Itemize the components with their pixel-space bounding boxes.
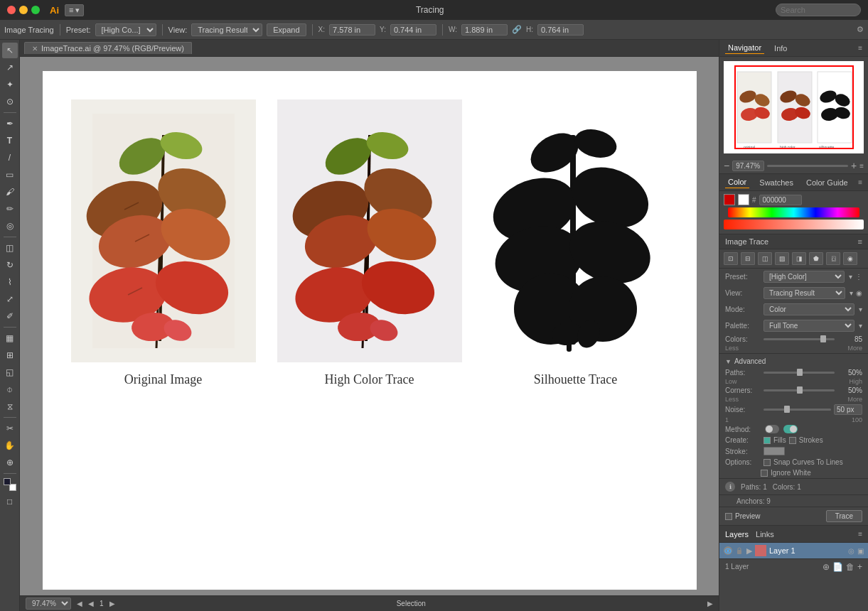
canvas-scroll[interactable]: Original Image bbox=[20, 57, 719, 595]
it-palette-arrow-icon[interactable]: ▾ bbox=[859, 322, 862, 330]
it-noise-value-input[interactable] bbox=[834, 404, 862, 415]
it-snap-curves-checkbox[interactable] bbox=[763, 459, 771, 466]
delete-layer-button[interactable]: 🗑 bbox=[846, 562, 854, 572]
navigator-options-button[interactable]: ≡ bbox=[859, 162, 864, 170]
fill-color-button[interactable] bbox=[2, 477, 18, 492]
color-hex-input[interactable] bbox=[759, 195, 802, 205]
gradient-tool-button[interactable]: ◱ bbox=[2, 364, 18, 380]
direct-selection-tool-button[interactable]: ↗ bbox=[2, 60, 18, 75]
search-input[interactable] bbox=[776, 4, 861, 16]
high-color-icon[interactable]: ⊟ bbox=[741, 252, 755, 265]
draw-mode-button[interactable]: □ bbox=[2, 494, 18, 509]
x-input[interactable] bbox=[329, 24, 375, 36]
zoom-value-input[interactable] bbox=[732, 161, 764, 171]
page-prev2-button[interactable]: ◀ bbox=[88, 600, 94, 607]
it-view-arrow-icon[interactable]: ▾ bbox=[850, 289, 853, 297]
y-input[interactable] bbox=[390, 24, 436, 36]
h-input[interactable] bbox=[537, 24, 584, 36]
it-corners-slider[interactable] bbox=[763, 389, 835, 391]
layer-expand-icon[interactable]: ▶ bbox=[746, 546, 752, 556]
black-white-icon[interactable]: ◨ bbox=[792, 252, 806, 265]
trace-button[interactable]: Trace bbox=[826, 510, 862, 522]
scissors-tool-button[interactable]: ✂ bbox=[2, 421, 18, 436]
tab-color[interactable]: Color bbox=[725, 176, 749, 188]
page-next-button[interactable]: ▶ bbox=[109, 600, 115, 607]
graph-tool-button[interactable]: ▦ bbox=[2, 330, 18, 346]
document-tab[interactable]: ✕ ImageTrace.ai @ 97.47% (RGB/Preview) bbox=[24, 42, 192, 54]
it-mode-arrow-icon[interactable]: ▾ bbox=[859, 306, 862, 313]
tab-info[interactable]: Info bbox=[771, 43, 790, 54]
background-color-swatch[interactable] bbox=[738, 194, 749, 205]
warp-tool-button[interactable]: ⌇ bbox=[2, 274, 18, 290]
foreground-color-swatch[interactable] bbox=[724, 194, 735, 205]
stroke-value-box[interactable] bbox=[763, 447, 785, 455]
zoom-select[interactable]: 97.47% bbox=[26, 598, 71, 610]
it-mode-dropdown[interactable]: Color bbox=[763, 303, 854, 315]
shaper-tool-button[interactable]: ✐ bbox=[2, 308, 18, 324]
layers-collapse-button[interactable]: ≡ bbox=[858, 530, 862, 538]
preset-arrow-icon[interactable]: ▾ bbox=[849, 273, 852, 281]
eraser-tool-button[interactable]: ◫ bbox=[2, 240, 18, 256]
move-layer-button[interactable]: 📄 bbox=[832, 562, 843, 572]
technical-icon[interactable]: ◉ bbox=[843, 252, 857, 265]
eyedropper-tool-button[interactable]: ⌽ bbox=[2, 382, 18, 397]
layer-options-icon[interactable]: ▣ bbox=[857, 547, 864, 555]
pencil-tool-button[interactable]: ✏ bbox=[2, 201, 18, 217]
tab-swatches[interactable]: Swatches bbox=[756, 177, 796, 188]
it-method-toggle-1[interactable] bbox=[765, 425, 779, 433]
rotate-tool-button[interactable]: ↻ bbox=[2, 257, 18, 273]
silhouette-icon[interactable]: ⬟ bbox=[809, 252, 823, 265]
it-view-eye-icon[interactable]: ◉ bbox=[856, 289, 862, 297]
low-color-icon[interactable]: ◫ bbox=[758, 252, 772, 265]
preview-checkbox[interactable] bbox=[725, 513, 732, 520]
preset-select[interactable]: [High Co...] bbox=[95, 23, 156, 36]
it-fills-checkbox[interactable] bbox=[763, 437, 771, 444]
zoom-out-button[interactable]: − bbox=[724, 160, 729, 171]
line-tool-button[interactable]: / bbox=[2, 150, 18, 166]
selection-tool-button[interactable]: ↖ bbox=[2, 43, 18, 58]
tab-links[interactable]: Links bbox=[756, 530, 774, 539]
blob-brush-tool-button[interactable]: ◎ bbox=[2, 218, 18, 234]
paintbrush-tool-button[interactable]: 🖌 bbox=[2, 184, 18, 200]
minimize-button[interactable] bbox=[19, 6, 28, 14]
layer-1-item[interactable]: ▶ Layer 1 ◎ ▣ bbox=[719, 543, 868, 558]
layer-visibility-icon[interactable] bbox=[724, 546, 732, 555]
it-paths-slider[interactable] bbox=[763, 372, 835, 374]
expand-button[interactable]: Expand bbox=[267, 23, 306, 36]
it-method-toggle-2[interactable] bbox=[783, 425, 798, 433]
zoom-slider[interactable] bbox=[767, 165, 848, 167]
mesh-tool-button[interactable]: ⊞ bbox=[2, 347, 18, 363]
layer-lock-icon[interactable] bbox=[735, 546, 744, 555]
blend-tool-button[interactable]: ⧖ bbox=[2, 399, 18, 414]
type-tool-button[interactable]: T bbox=[2, 133, 18, 148]
rectangle-tool-button[interactable]: ▭ bbox=[2, 167, 18, 183]
tab-close-icon[interactable]: ✕ bbox=[32, 45, 38, 53]
auto-color-icon[interactable]: ⊡ bbox=[724, 252, 738, 265]
add-layer-button[interactable]: + bbox=[857, 562, 862, 572]
color-spectrum-bar[interactable] bbox=[728, 207, 859, 217]
advanced-header[interactable]: ▼ Advanced bbox=[719, 355, 868, 367]
it-ignore-white-checkbox[interactable] bbox=[761, 470, 768, 477]
hand-tool-button[interactable]: ✋ bbox=[2, 438, 18, 453]
color-collapse-button[interactable]: ≡ bbox=[858, 178, 862, 186]
view-select[interactable]: Tracing Result bbox=[191, 23, 262, 36]
line-art-icon[interactable]: ⌼ bbox=[826, 252, 840, 265]
layer-target-icon[interactable]: ◎ bbox=[848, 547, 854, 555]
pen-tool-button[interactable]: ✒ bbox=[2, 116, 18, 131]
it-strokes-checkbox[interactable] bbox=[789, 437, 796, 444]
image-trace-collapse-button[interactable]: ≡ bbox=[858, 237, 862, 246]
it-view-dropdown[interactable]: Tracing Result bbox=[763, 287, 845, 299]
magic-wand-tool-button[interactable]: ✦ bbox=[2, 77, 18, 92]
status-forward-button[interactable]: ▶ bbox=[707, 600, 713, 607]
zoom-in-button[interactable]: + bbox=[851, 160, 857, 171]
tab-color-guide[interactable]: Color Guide bbox=[803, 177, 851, 188]
w-input[interactable] bbox=[461, 24, 508, 36]
it-colors-slider[interactable] bbox=[763, 338, 835, 340]
lasso-tool-button[interactable]: ⊙ bbox=[2, 94, 18, 109]
it-palette-dropdown[interactable]: Full Tone bbox=[763, 320, 854, 332]
panel-switcher[interactable]: ≡ ▾ bbox=[65, 4, 84, 16]
tab-layers[interactable]: Layers bbox=[725, 530, 749, 539]
navigator-collapse-button[interactable]: ≡ bbox=[858, 44, 862, 52]
grayscale-icon[interactable]: ▨ bbox=[775, 252, 789, 265]
it-noise-slider[interactable] bbox=[763, 409, 831, 411]
